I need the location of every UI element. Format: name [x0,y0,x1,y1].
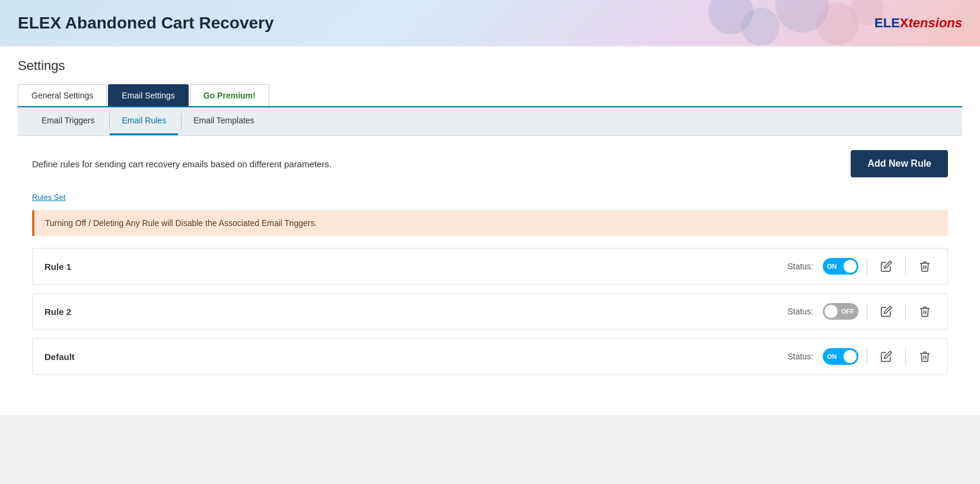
rule-2-name: Rule 2 [44,307,71,317]
rule-row-1: Rule 1 Status: ON [32,248,948,285]
sub-tabs: Email Triggers Email Rules Email Templat… [18,107,962,136]
inner-content: Email Triggers Email Rules Email Templat… [18,107,962,397]
rule-1-divider [867,258,867,275]
rule-2-edit-button[interactable] [876,303,897,320]
elex-logo: ELEXtensions [874,15,962,31]
edit-icon [880,260,892,272]
trash-icon-2 [919,305,931,317]
rule-default-toggle[interactable]: ON [823,348,858,365]
rule-2-divider [867,303,867,320]
rule-default-toggle-knob [844,350,857,363]
rule-1-toggle-on-text: ON [827,263,837,270]
rule-1-toggle-track[interactable]: ON [823,258,858,275]
rule-1-delete-button[interactable] [914,258,936,275]
edit-icon-3 [880,351,892,362]
trash-icon-3 [919,351,931,362]
rule-default-toggle-track[interactable]: ON [823,348,858,365]
tab-general-settings[interactable]: General Settings [18,84,107,106]
logo-tensions-text: tensions [909,15,962,30]
rule-2-controls: Status: OFF [787,303,936,320]
content-description: Define rules for sending cart recovery e… [32,159,332,169]
header-decoration [695,0,885,46]
rule-1-toggle[interactable]: ON [823,258,858,275]
warning-box: Turning Off / Deleting Any Rule will Dis… [32,210,948,236]
rule-default-toggle-on-text: ON [827,353,837,360]
rule-1-status-label: Status: [787,262,813,271]
app-header: ELEX Abandoned Cart Recovery ELEXtension… [0,0,980,46]
sub-tab-email-triggers[interactable]: Email Triggers [30,107,106,135]
tab-go-premium[interactable]: Go Premium! [190,84,269,106]
svg-point-1 [742,8,779,46]
page-title: Settings [18,58,962,74]
trash-icon [919,260,931,272]
sub-tab-email-templates[interactable]: Email Templates [182,107,266,135]
page-content: Settings General Settings Email Settings… [0,46,980,415]
rule-1-toggle-knob [844,260,857,273]
rule-2-divider-2 [905,303,906,320]
rule-1-edit-button[interactable] [876,258,897,275]
rule-1-controls: Status: ON [787,258,936,275]
rule-default-name: Default [44,352,75,362]
rule-default-status-label: Status: [787,352,813,361]
rule-row-2: Rule 2 Status: OFF [32,293,948,330]
warning-message: Turning Off / Deleting Any Rule will Dis… [45,218,317,228]
edit-icon-2 [880,305,892,317]
app-title: ELEX Abandoned Cart Recovery [18,14,274,33]
rule-2-status-label: Status: [787,307,813,316]
rule-1-name: Rule 1 [44,262,71,272]
rule-default-delete-button[interactable] [914,348,936,365]
rule-row-default: Default Status: ON [32,338,948,375]
rule-default-divider [867,348,867,365]
rule-2-toggle-off-text: OFF [841,308,854,315]
rule-1-divider-2 [905,258,906,275]
rules-set-link[interactable]: Rules Set [32,193,65,202]
add-new-rule-button[interactable]: Add New Rule [851,150,948,177]
email-rules-content: Define rules for sending cart recovery e… [18,136,962,397]
tab-email-settings[interactable]: Email Settings [108,84,188,106]
rule-2-toggle[interactable]: OFF [823,303,858,320]
logo-elex-text: ELE [874,15,900,30]
rule-2-toggle-knob [825,305,838,318]
logo-x-text: X [900,15,909,30]
main-tabs: General Settings Email Settings Go Premi… [18,84,962,107]
rule-2-delete-button[interactable] [914,303,936,320]
rule-2-toggle-track[interactable]: OFF [823,303,858,320]
sub-tab-email-rules[interactable]: Email Rules [110,107,178,135]
rule-default-controls: Status: ON [787,348,936,365]
rule-default-divider-2 [905,348,906,365]
content-header: Define rules for sending cart recovery e… [32,150,948,177]
rule-default-edit-button[interactable] [876,348,897,365]
